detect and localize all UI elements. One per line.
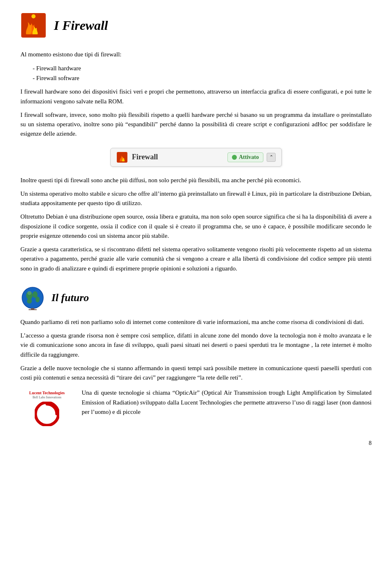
page-title: I Firewall [54,18,108,33]
middle-para-3: Grazie a questa caratteristica, se si ri… [20,245,372,273]
attivato-badge: Attivato [227,152,263,162]
middle-para-0: Inoltre questi tipi di firewall sono anc… [20,176,372,185]
bullet-item-hardware: Firewall hardware [33,63,372,73]
lucent-tagline: Bell Labs Innovations [29,395,65,399]
svg-point-5 [27,299,32,304]
lucent-logo-area: Lucent Technologies Bell Labs Innovation… [20,388,74,428]
intro-paragraph3: I firewall software, invece, sono molto … [20,110,372,139]
svg-point-7 [36,297,40,302]
future-section-header: Il futuro [20,286,372,310]
bullet-item-software: Firewall software [33,73,372,83]
intro-paragraph1: Al momento esistono due tipi di firewall… [20,50,372,59]
widget-left: Firewall [116,152,158,163]
green-dot-icon [232,155,237,160]
intro-paragraph2: I firewall hardware sono dei dispositivi… [20,87,372,106]
svg-point-1 [31,14,36,18]
future-para-2: Grazie a delle nuove tecnologie che si s… [20,364,372,383]
future-para-0: Quando parliamo di reti non parliamo sol… [20,317,372,327]
globe-icon [20,286,45,310]
widget-right: Attivato ⌃ [227,152,276,162]
middle-para-1: Un sistema operativo molto stabile e sic… [20,189,372,208]
future-section-title: Il futuro [51,292,89,304]
widget-firewall-icon [116,152,128,163]
lucent-circle-icon [35,402,59,426]
svg-point-11 [36,402,58,425]
status-label: Attivato [239,154,259,161]
widget-label: Firewall [132,153,158,161]
page-number: 8 [20,440,372,447]
bottom-text-content: Una di queste tecnologie si chiama “Opti… [82,388,372,417]
middle-para-2: Oltretutto Debian è una distribuzione op… [20,212,372,241]
future-para-1: L’accesso a questa grande risorsa non è … [20,331,372,360]
bullet-list: Firewall hardware Firewall software [33,63,372,83]
lucent-name: Lucent Technologies [29,391,65,395]
svg-point-3 [22,287,43,308]
collapse-button[interactable]: ⌃ [267,153,276,162]
firewall-header-icon [20,12,47,38]
svg-rect-10 [29,309,37,310]
lucent-logo: Lucent Technologies Bell Labs Innovation… [29,391,65,428]
bottom-text-paragraph: Una di queste tecnologie si chiama “Opti… [82,388,372,428]
bottom-section: Lucent Technologies Bell Labs Innovation… [20,388,372,428]
page-header: I Firewall [20,12,372,38]
svg-point-8 [27,291,31,295]
firewall-widget: Firewall Attivato ⌃ [110,148,282,167]
